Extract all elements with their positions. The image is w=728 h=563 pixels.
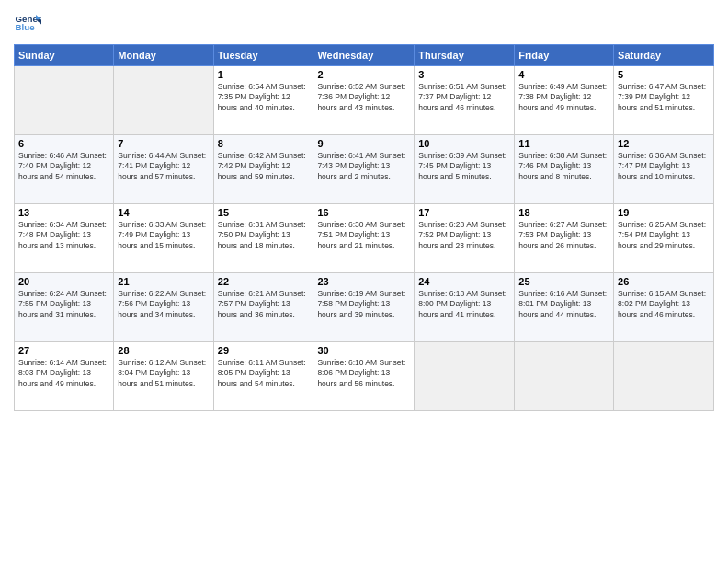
day-info: Sunrise: 6:46 AM Sunset: 7:40 PM Dayligh… [18, 151, 109, 182]
logo-icon: General Blue [14, 9, 41, 37]
day-number: 15 [218, 207, 310, 218]
day-number: 22 [218, 276, 310, 287]
day-info: Sunrise: 6:10 AM Sunset: 8:06 PM Dayligh… [317, 358, 410, 389]
day-info: Sunrise: 6:51 AM Sunset: 7:37 PM Dayligh… [418, 82, 510, 113]
day-info: Sunrise: 6:18 AM Sunset: 8:00 PM Dayligh… [418, 289, 510, 320]
day-number: 23 [317, 276, 410, 287]
calendar-cell: 15Sunrise: 6:31 AM Sunset: 7:50 PM Dayli… [213, 204, 313, 273]
calendar-cell [515, 342, 614, 411]
day-number: 27 [18, 345, 109, 356]
day-info: Sunrise: 6:21 AM Sunset: 7:57 PM Dayligh… [218, 289, 310, 320]
day-info: Sunrise: 6:47 AM Sunset: 7:39 PM Dayligh… [618, 82, 710, 113]
day-number: 7 [118, 138, 209, 149]
calendar-cell: 14Sunrise: 6:33 AM Sunset: 7:49 PM Dayli… [114, 204, 213, 273]
day-number: 25 [518, 276, 609, 287]
calendar-cell: 22Sunrise: 6:21 AM Sunset: 7:57 PM Dayli… [213, 273, 313, 342]
calendar-cell: 13Sunrise: 6:34 AM Sunset: 7:48 PM Dayli… [15, 204, 114, 273]
week-row-4: 20Sunrise: 6:24 AM Sunset: 7:55 PM Dayli… [15, 273, 714, 342]
day-info: Sunrise: 6:15 AM Sunset: 8:02 PM Dayligh… [618, 289, 710, 320]
day-number: 2 [317, 69, 410, 80]
day-number: 30 [317, 345, 410, 356]
day-number: 17 [418, 207, 510, 218]
calendar-cell: 3Sunrise: 6:51 AM Sunset: 7:37 PM Daylig… [415, 66, 515, 135]
calendar-cell: 27Sunrise: 6:14 AM Sunset: 8:03 PM Dayli… [15, 342, 114, 411]
calendar-cell: 17Sunrise: 6:28 AM Sunset: 7:52 PM Dayli… [415, 204, 515, 273]
calendar-cell: 26Sunrise: 6:15 AM Sunset: 8:02 PM Dayli… [614, 273, 714, 342]
calendar-cell: 5Sunrise: 6:47 AM Sunset: 7:39 PM Daylig… [614, 66, 714, 135]
calendar-cell [415, 342, 515, 411]
day-number: 19 [618, 207, 710, 218]
day-number: 21 [118, 276, 209, 287]
calendar-cell: 2Sunrise: 6:52 AM Sunset: 7:36 PM Daylig… [313, 66, 415, 135]
calendar-cell: 21Sunrise: 6:22 AM Sunset: 7:56 PM Dayli… [114, 273, 213, 342]
calendar-page: General Blue SundayMondayTuesdayWednesda… [0, 0, 728, 563]
calendar-cell [114, 66, 213, 135]
calendar-cell [614, 342, 714, 411]
weekday-header-monday: Monday [114, 45, 213, 66]
calendar-cell: 29Sunrise: 6:11 AM Sunset: 8:05 PM Dayli… [213, 342, 313, 411]
week-row-5: 27Sunrise: 6:14 AM Sunset: 8:03 PM Dayli… [15, 342, 714, 411]
day-info: Sunrise: 6:30 AM Sunset: 7:51 PM Dayligh… [317, 220, 410, 251]
day-number: 3 [418, 69, 510, 80]
day-info: Sunrise: 6:36 AM Sunset: 7:47 PM Dayligh… [618, 151, 710, 182]
calendar-cell: 9Sunrise: 6:41 AM Sunset: 7:43 PM Daylig… [313, 135, 415, 204]
day-info: Sunrise: 6:49 AM Sunset: 7:38 PM Dayligh… [518, 82, 609, 113]
calendar-cell: 6Sunrise: 6:46 AM Sunset: 7:40 PM Daylig… [15, 135, 114, 204]
calendar-cell: 10Sunrise: 6:39 AM Sunset: 7:45 PM Dayli… [415, 135, 515, 204]
weekday-header-friday: Friday [515, 45, 614, 66]
day-info: Sunrise: 6:27 AM Sunset: 7:53 PM Dayligh… [518, 220, 609, 251]
day-number: 11 [518, 138, 609, 149]
day-info: Sunrise: 6:38 AM Sunset: 7:46 PM Dayligh… [518, 151, 609, 182]
week-row-2: 6Sunrise: 6:46 AM Sunset: 7:40 PM Daylig… [15, 135, 714, 204]
day-number: 24 [418, 276, 510, 287]
calendar-cell: 12Sunrise: 6:36 AM Sunset: 7:47 PM Dayli… [614, 135, 714, 204]
calendar-cell: 11Sunrise: 6:38 AM Sunset: 7:46 PM Dayli… [515, 135, 614, 204]
day-info: Sunrise: 6:28 AM Sunset: 7:52 PM Dayligh… [418, 220, 510, 251]
day-number: 26 [618, 276, 710, 287]
day-info: Sunrise: 6:33 AM Sunset: 7:49 PM Dayligh… [118, 220, 209, 251]
weekday-header-wednesday: Wednesday [313, 45, 415, 66]
day-info: Sunrise: 6:52 AM Sunset: 7:36 PM Dayligh… [317, 82, 410, 113]
day-info: Sunrise: 6:34 AM Sunset: 7:48 PM Dayligh… [18, 220, 109, 251]
day-info: Sunrise: 6:44 AM Sunset: 7:41 PM Dayligh… [118, 151, 209, 182]
day-number: 10 [418, 138, 510, 149]
calendar-cell: 19Sunrise: 6:25 AM Sunset: 7:54 PM Dayli… [614, 204, 714, 273]
day-number: 12 [618, 138, 710, 149]
day-number: 13 [18, 207, 109, 218]
calendar-cell: 28Sunrise: 6:12 AM Sunset: 8:04 PM Dayli… [114, 342, 213, 411]
day-info: Sunrise: 6:25 AM Sunset: 7:54 PM Dayligh… [618, 220, 710, 251]
day-number: 8 [218, 138, 310, 149]
day-number: 18 [518, 207, 609, 218]
day-info: Sunrise: 6:54 AM Sunset: 7:35 PM Dayligh… [218, 82, 310, 113]
calendar-cell: 30Sunrise: 6:10 AM Sunset: 8:06 PM Dayli… [313, 342, 415, 411]
calendar-cell: 25Sunrise: 6:16 AM Sunset: 8:01 PM Dayli… [515, 273, 614, 342]
day-info: Sunrise: 6:24 AM Sunset: 7:55 PM Dayligh… [18, 289, 109, 320]
calendar-cell: 8Sunrise: 6:42 AM Sunset: 7:42 PM Daylig… [213, 135, 313, 204]
calendar-cell: 7Sunrise: 6:44 AM Sunset: 7:41 PM Daylig… [114, 135, 213, 204]
calendar-cell: 4Sunrise: 6:49 AM Sunset: 7:38 PM Daylig… [515, 66, 614, 135]
calendar-cell [15, 66, 114, 135]
week-row-3: 13Sunrise: 6:34 AM Sunset: 7:48 PM Dayli… [15, 204, 714, 273]
day-number: 6 [18, 138, 109, 149]
day-info: Sunrise: 6:11 AM Sunset: 8:05 PM Dayligh… [218, 358, 310, 389]
day-number: 29 [218, 345, 310, 356]
day-info: Sunrise: 6:22 AM Sunset: 7:56 PM Dayligh… [118, 289, 209, 320]
header: General Blue [14, 9, 714, 37]
day-info: Sunrise: 6:12 AM Sunset: 8:04 PM Dayligh… [118, 358, 209, 389]
calendar-cell: 1Sunrise: 6:54 AM Sunset: 7:35 PM Daylig… [213, 66, 313, 135]
week-row-1: 1Sunrise: 6:54 AM Sunset: 7:35 PM Daylig… [15, 66, 714, 135]
weekday-header-thursday: Thursday [415, 45, 515, 66]
day-info: Sunrise: 6:39 AM Sunset: 7:45 PM Dayligh… [418, 151, 510, 182]
day-number: 1 [218, 69, 310, 80]
day-number: 5 [618, 69, 710, 80]
logo: General Blue [14, 9, 41, 37]
calendar-cell: 24Sunrise: 6:18 AM Sunset: 8:00 PM Dayli… [415, 273, 515, 342]
calendar-table: SundayMondayTuesdayWednesdayThursdayFrid… [14, 44, 714, 411]
day-number: 9 [317, 138, 410, 149]
day-number: 28 [118, 345, 209, 356]
calendar-cell: 23Sunrise: 6:19 AM Sunset: 7:58 PM Dayli… [313, 273, 415, 342]
weekday-header-row: SundayMondayTuesdayWednesdayThursdayFrid… [15, 45, 714, 66]
day-number: 4 [518, 69, 609, 80]
weekday-header-tuesday: Tuesday [213, 45, 313, 66]
calendar-cell: 16Sunrise: 6:30 AM Sunset: 7:51 PM Dayli… [313, 204, 415, 273]
